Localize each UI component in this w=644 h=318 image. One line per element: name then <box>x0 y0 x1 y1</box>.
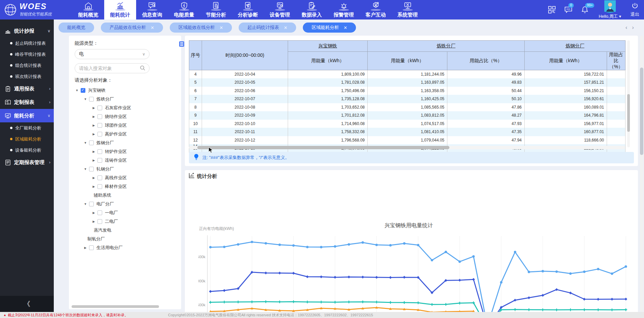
tree-checkbox[interactable] <box>97 210 102 215</box>
tree-node-label[interactable]: 电厂分厂 <box>96 201 114 207</box>
tree-checkbox[interactable] <box>97 114 102 119</box>
tree-expander-icon[interactable]: ▼ <box>83 141 87 145</box>
search-icon[interactable] <box>140 65 145 72</box>
tree-checkbox[interactable] <box>97 184 102 189</box>
tree-expander-icon[interactable]: ▶ <box>92 150 96 153</box>
vscroll-thumb[interactable] <box>627 94 630 132</box>
tree-node-label[interactable]: 制氧分厂 <box>87 236 105 242</box>
tree-node-二电厂[interactable]: ▶二电厂 <box>75 217 181 226</box>
tree-expander-icon[interactable]: ▶ <box>92 124 96 127</box>
tree-node-石灰窑作业区[interactable]: ▶石灰窑作业区 <box>75 104 181 112</box>
sidebar-item-峰谷平统计报表[interactable]: 峰谷平统计报表 <box>0 49 54 60</box>
tree-node-生活用电分厂[interactable]: ▶生活用电分厂 <box>75 243 181 252</box>
user-greeting[interactable]: Hello,周工 ▾ <box>599 14 621 19</box>
tree-expander-icon[interactable]: ▶ <box>92 115 96 118</box>
tree-checkbox[interactable] <box>97 219 102 224</box>
tree-checkbox[interactable] <box>97 123 102 128</box>
tab-能耗概览[interactable]: 能耗概览 <box>58 23 94 33</box>
tree-horizontal-scrollbar[interactable] <box>72 305 159 308</box>
table-row-10[interactable]: 102022-10-101,714,960.081,074,517.0547.9… <box>189 120 626 128</box>
tree-node-兴宝钢铁[interactable]: ▼兴宝钢铁 <box>75 86 181 95</box>
tree-node-label[interactable]: 连铸作业区 <box>105 157 127 163</box>
tree-expander-icon[interactable]: ▶ <box>92 185 96 188</box>
sidebar-item-班次统计报表[interactable]: 班次统计报表 <box>0 71 54 82</box>
tree-expander-icon[interactable]: ▼ <box>83 167 87 171</box>
qr-code-icon[interactable] <box>548 6 556 13</box>
group-link[interactable]: 兴宝钢铁 <box>318 43 337 48</box>
tab-scroll-arrows[interactable]: ‹› <box>626 24 644 31</box>
tree-checkbox[interactable] <box>89 202 94 206</box>
tree-expander-icon[interactable]: ▶ <box>92 176 96 180</box>
table-row-5[interactable]: 52022-10-051,781,028.081,163,897.0549.83… <box>189 78 626 87</box>
tree-expander-icon[interactable]: ▶ <box>92 106 96 110</box>
tree-expander-icon[interactable]: ▶ <box>92 211 96 214</box>
tree-node-label[interactable]: 炼钢分厂 <box>96 140 114 146</box>
hscroll-thumb[interactable] <box>197 146 449 149</box>
tree-node-制氧分厂[interactable]: 制氧分厂 <box>75 235 181 243</box>
page-scroll-thumb[interactable] <box>640 68 643 155</box>
tree-node-label[interactable]: 轧钢分厂 <box>96 166 114 172</box>
tree-node-label[interactable]: 石灰窑作业区 <box>105 105 131 111</box>
tree-node-label[interactable]: 高炉作业区 <box>105 131 127 137</box>
tab-next-arrow[interactable]: › <box>632 24 639 31</box>
sidebar-item-区域能耗分析[interactable]: 区域能耗分析 <box>0 133 54 145</box>
tree-checkbox[interactable] <box>97 132 102 136</box>
tree-node-label[interactable]: 高线作业区 <box>105 175 127 181</box>
nav-item-1[interactable]: 能耗概览 <box>72 0 104 19</box>
tree-expander-icon[interactable]: ▶ <box>92 159 96 162</box>
tree-expander-icon[interactable]: ▶ <box>92 220 96 223</box>
tree-node-label[interactable]: 生活用电分厂 <box>96 245 123 251</box>
sidebar-item-起止码统计报表[interactable]: 起止码统计报表 <box>0 38 54 49</box>
panel-collapse-icon[interactable] <box>179 41 184 47</box>
sidebar-section-2[interactable]: 通用报表› <box>0 82 54 95</box>
table-row-4[interactable]: 42022-10-041,809,100.091,181,244.0549.96… <box>189 70 626 79</box>
tree-checkbox[interactable] <box>89 167 94 171</box>
sidebar-item-组合统计报表[interactable]: 组合统计报表 <box>0 60 54 71</box>
user-menu[interactable]: Hello,周工 ▾ <box>599 0 621 19</box>
tree-checkbox[interactable] <box>97 175 102 180</box>
message-icon[interactable]: 0 <box>564 6 572 13</box>
close-icon[interactable]: ✕ <box>219 25 223 30</box>
tree-node-label[interactable]: 一电厂 <box>105 210 118 216</box>
sidebar-item-设备能耗分析[interactable]: 设备能耗分析 <box>0 145 54 156</box>
nav-item-6[interactable]: 分析诊断 <box>232 0 264 19</box>
energy-type-select[interactable]: 电 ∨ <box>75 49 150 59</box>
nav-item-8[interactable]: 数据录入 <box>296 0 328 19</box>
tree-node-label[interactable]: 球团作业区 <box>105 122 127 128</box>
logout-button[interactable]: 退出 <box>631 2 639 17</box>
tab-prev-arrow[interactable]: ‹ <box>626 24 632 31</box>
tree-checkbox[interactable] <box>89 97 94 102</box>
tree-expander-icon[interactable]: ▼ <box>75 89 79 92</box>
tab-起止码统计报表[interactable]: 起止码统计报表✕ <box>239 23 296 33</box>
tree-node-高炉作业区[interactable]: ▶高炉作业区 <box>75 130 181 138</box>
table-row-11[interactable]: 112022-10-111,758,332.081,081,410.0547.3… <box>189 128 626 136</box>
tree-node-转炉作业区[interactable]: ▶转炉作业区 <box>75 147 181 156</box>
tree-node-label[interactable]: 炼铁分厂 <box>96 96 114 102</box>
nav-item-2[interactable]: 能耗统计 <box>104 0 136 19</box>
table-row-8[interactable]: 82022-10-081,703,652.081,085,565.0547.86… <box>189 103 626 112</box>
tree-checkbox[interactable] <box>81 88 85 93</box>
sidebar-item-全厂能耗分析[interactable]: 全厂能耗分析 <box>0 122 54 133</box>
table-row-9[interactable]: 92022-10-091,701,812.081,083,812.0548.27… <box>189 111 626 120</box>
nav-item-10[interactable]: 客户互动 <box>360 0 392 19</box>
sidebar-collapse-button[interactable]: 《 <box>0 296 54 312</box>
table-row-6[interactable]: 62022-10-061,750,496.081,163,358.0550.44… <box>189 87 626 95</box>
tree-node-一电厂[interactable]: ▶一电厂 <box>75 208 181 217</box>
tree-node-label[interactable]: 转炉作业区 <box>105 149 127 155</box>
tree-checkbox[interactable] <box>89 141 94 145</box>
tree-node-label[interactable]: 烧结作业区 <box>105 114 127 120</box>
nav-item-7[interactable]: 设备管理 <box>264 0 296 19</box>
bell-icon[interactable]: 99+ <box>581 6 589 13</box>
tree-node-连铸作业区[interactable]: ▶连铸作业区 <box>75 156 181 165</box>
tree-expander-icon[interactable]: ▼ <box>83 202 87 206</box>
nav-item-4[interactable]: 电能质量 <box>168 0 200 19</box>
tree-node-炼钢分厂[interactable]: ▼炼钢分厂 <box>75 138 181 147</box>
table-row-7[interactable]: 72022-10-071,735,128.081,160,425.0550.10… <box>189 95 626 103</box>
tree-node-高线作业区[interactable]: ▶高线作业区 <box>75 173 181 182</box>
tab-区域能效在线分析[interactable]: 区域能效在线分析✕ <box>170 23 232 33</box>
sidebar-section-1[interactable]: 统计抄报∨ <box>0 24 54 38</box>
close-icon[interactable]: ✕ <box>151 25 154 30</box>
tree-checkbox[interactable] <box>97 106 102 110</box>
tree-node-label[interactable]: 棒材作业区 <box>105 184 127 190</box>
close-icon[interactable]: ✕ <box>344 25 347 30</box>
